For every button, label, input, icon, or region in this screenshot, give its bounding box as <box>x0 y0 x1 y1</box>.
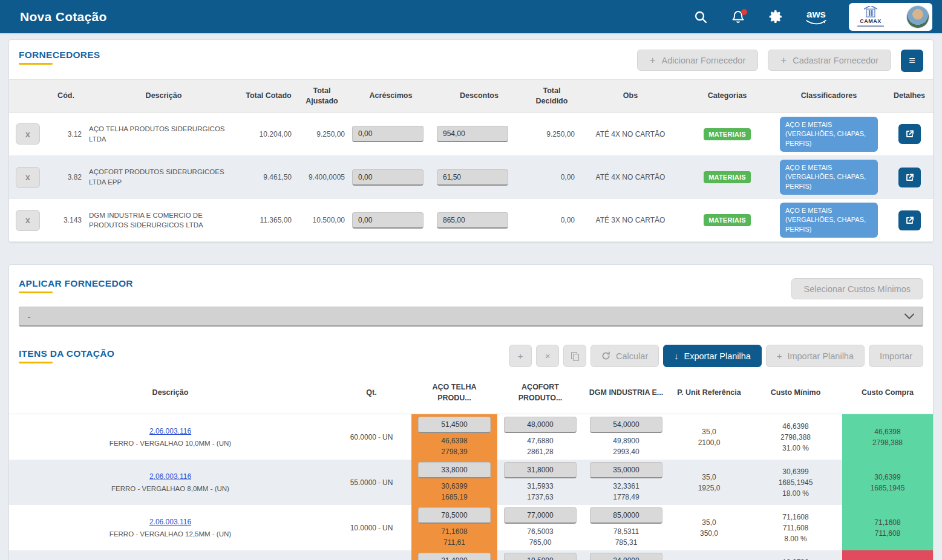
item-code-link[interactable]: 2.06.003.116 <box>149 472 191 481</box>
top-bar: Nova Cotação aws <box>0 0 942 34</box>
item-code-link[interactable]: 2.06.003.116 <box>149 427 191 435</box>
supplier-price-cell: 31,59331737,63 <box>497 460 583 505</box>
remove-fornecedor-button[interactable]: x <box>16 167 40 188</box>
price-input[interactable] <box>504 553 577 560</box>
plus-icon: + <box>650 55 656 65</box>
detalhes-button[interactable] <box>898 210 921 230</box>
classificador-badge: AÇO E METAIS (VERGALHÕES, CHAPAS, PERFIS… <box>780 117 878 152</box>
detalhes-button[interactable] <box>898 124 921 144</box>
supplier-price-cell-best: 30,63991685,19 <box>411 460 497 505</box>
custo-compra-cell: 71,1608711,608 <box>842 505 933 550</box>
itens-cotacao-title: ITENS DA COTAÇÃO <box>19 348 114 359</box>
exportar-planilha-button[interactable]: ↓ Exportar Planilha <box>663 345 762 367</box>
price-input[interactable] <box>590 417 662 433</box>
close-icon: x <box>25 172 30 182</box>
fornecedores-card: FORNECEDORES + Adicionar Fornecedor + Ca… <box>8 39 934 243</box>
adicionar-fornecedor-button[interactable]: + Adicionar Fornecedor <box>637 50 759 71</box>
descontos-input[interactable] <box>437 126 508 142</box>
supplier-price-cell: 19,3732678,06 <box>497 550 583 560</box>
item-code-link[interactable]: 2.06.003.116 <box>149 518 191 526</box>
duplicate-item-button[interactable] <box>563 345 586 367</box>
importar-button[interactable]: Importar <box>869 345 923 367</box>
supplier-price-cell: 22,1733776,07 <box>583 550 669 560</box>
calcular-button[interactable]: Calcular <box>590 345 659 367</box>
remove-fornecedor-button[interactable]: x <box>16 123 40 145</box>
descontos-input[interactable] <box>437 212 508 229</box>
plus-icon: + <box>777 351 782 361</box>
supplier-price-cell: 32,33611778,49 <box>583 460 669 505</box>
notification-dot <box>741 9 747 15</box>
descontos-input[interactable] <box>437 169 508 186</box>
search-icon[interactable] <box>693 9 708 25</box>
price-input[interactable] <box>590 553 662 560</box>
brand-account-card[interactable]: CAMAX <box>849 3 932 31</box>
acrescimos-input[interactable] <box>352 212 424 229</box>
close-icon: x <box>25 129 30 139</box>
price-input[interactable] <box>418 553 491 560</box>
close-icon: × <box>545 351 551 361</box>
fornecedor-descricao: AÇO TELHA PRODUTOS SIDERURGICOS LTDA <box>89 124 238 144</box>
title-underline <box>19 63 53 65</box>
price-input[interactable] <box>418 417 491 433</box>
item-row: 2.06.003.116 FERRO - VERGALHAO 8,0MM - (… <box>9 460 933 505</box>
supplier-price-cell: 49,89002993,40 <box>583 414 669 460</box>
acrescimos-input[interactable] <box>352 126 424 142</box>
aws-logo: aws <box>805 9 827 25</box>
close-icon: x <box>25 215 30 225</box>
detalhes-button[interactable] <box>898 168 921 187</box>
categoria-badge: MATERIAIS <box>704 171 750 183</box>
aplicar-fornecedor-title: APLICAR FORNECEDOR <box>19 278 133 289</box>
supplier-price-cell: 76,5003765,00 <box>497 505 583 550</box>
supplier-price-cell-best: 46,63982798,39 <box>411 414 497 460</box>
itens-table: Descrição Qt. AÇO TELHA PRODU... AÇOFORT… <box>9 373 933 560</box>
custo-compra-cell: 30,63991685,1945 <box>842 460 933 505</box>
price-input[interactable] <box>590 462 662 478</box>
camax-logo: CAMAX <box>857 6 884 27</box>
item-row: 2.06.003.116 FERRO - VERGALHAO 12,5MM - … <box>9 505 933 550</box>
title-underline <box>19 362 53 363</box>
custo-compra-cell-over: 19,3993678,9755 <box>842 550 933 560</box>
categoria-badge: MATERIAIS <box>704 128 750 140</box>
price-input[interactable] <box>504 507 577 524</box>
fornecedores-title: FORNECEDORES <box>19 50 100 60</box>
plus-icon: + <box>780 55 787 65</box>
settings-gear-icon[interactable] <box>768 9 783 25</box>
supplier-price-cell-best: 71,1608711,61 <box>411 505 497 550</box>
aplicar-fornecedor-select[interactable]: - <box>19 307 923 327</box>
price-input[interactable] <box>504 417 577 433</box>
title-underline <box>19 291 53 293</box>
add-item-button[interactable]: + <box>509 345 532 367</box>
user-avatar[interactable] <box>906 5 929 28</box>
copy-icon <box>571 352 578 360</box>
price-input[interactable] <box>504 462 577 478</box>
price-input[interactable] <box>418 507 491 524</box>
supplier-price-cell: 47,68802861,28 <box>497 414 583 460</box>
importar-planilha-button[interactable]: + Importar Planilha <box>766 345 865 367</box>
acrescimos-input[interactable] <box>352 169 424 186</box>
item-row: 2.06.003.116 FERRO - VERGALHAO 10,0MM - … <box>9 414 933 460</box>
list-menu-button[interactable]: ≡ <box>901 50 923 72</box>
external-link-icon <box>905 216 914 225</box>
select-value: - <box>28 312 30 321</box>
main-card: APLICAR FORNECEDOR Selecionar Custos Mín… <box>8 264 934 560</box>
remove-item-button[interactable]: × <box>536 345 559 367</box>
external-link-icon <box>905 173 914 182</box>
cadastrar-fornecedor-button[interactable]: + Cadastrar Fornecedor <box>768 50 891 71</box>
download-arrow-icon: ↓ <box>674 351 678 361</box>
refresh-icon <box>601 351 610 360</box>
fornecedores-header-row: Cód. Descrição Total Cotado Total Ajusta… <box>9 80 933 113</box>
classificador-badge: AÇO E METAIS (VERGALHÕES, CHAPAS, PERFIS… <box>780 160 878 195</box>
item-description: FERRO - VERGALHAO 12,5MM - (UN) <box>13 529 328 539</box>
remove-fornecedor-button[interactable]: x <box>16 210 40 231</box>
selecionar-custos-minimos-button[interactable]: Selecionar Custos Mínimos <box>791 278 924 299</box>
fornecedor-descricao: DGM INDUSTRIA E COMERCIO DE PRODUTOS SID… <box>89 210 238 230</box>
external-link-icon <box>905 129 914 138</box>
price-input[interactable] <box>418 462 491 478</box>
supplier-price-cell-best: 19,3993678,98 <box>411 550 497 560</box>
notifications-bell-icon[interactable] <box>730 9 746 25</box>
plus-icon: + <box>518 351 523 361</box>
custo-compra-cell: 46,63982798,388 <box>842 414 933 460</box>
price-input[interactable] <box>590 507 662 524</box>
supplier-price-cell: 78,5311785,31 <box>583 505 669 550</box>
fornecedor-row: x 3.143 DGM INDUSTRIA E COMERCIO DE PROD… <box>9 199 933 242</box>
